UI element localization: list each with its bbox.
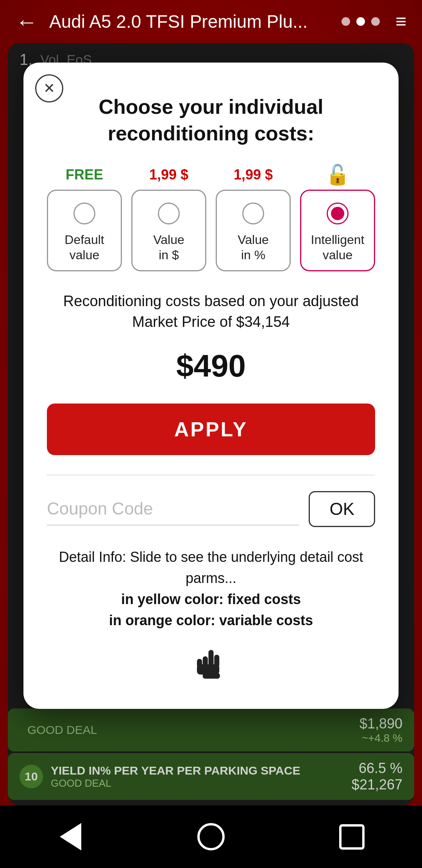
radio-default[interactable] [73,203,95,224]
option-label-dollar: Valuein $ [153,232,184,262]
coupon-input[interactable] [47,493,299,525]
cost-value: $490 [47,348,375,384]
option-default[interactable]: FREE Defaultvalue [47,166,122,271]
coupon-row: OK [47,491,375,527]
detail-line3: in orange color: variable costs [109,612,313,628]
apply-button[interactable]: APPLY [47,404,375,455]
radio-percent[interactable] [242,203,264,224]
option-value-dollar[interactable]: 1,99 $ Valuein $ [131,166,206,271]
option-box-default[interactable]: Defaultvalue [47,190,122,271]
option-label-intelligent: Intelligentvalue [311,232,365,262]
back-nav-icon [60,823,81,850]
market-info: Reconditioning costs based on your adjus… [47,291,375,332]
stop-nav-button[interactable] [336,821,367,852]
detail-line1: Detail Info: Slide to see the underlying… [59,549,363,586]
radio-inner-intelligent [331,207,344,220]
divider [47,475,375,475]
option-label-percent: Valuein % [238,232,268,262]
option-price-lock: 🔓 [325,166,350,183]
modal-overlay: ✕ Choose your individual reconditioning … [0,0,422,868]
home-nav-button[interactable] [195,821,227,852]
detail-line2: in yellow color: fixed costs [121,591,301,607]
option-intelligent[interactable]: 🔓 Intelligentvalue [300,166,375,271]
option-price-free: FREE [66,166,103,183]
option-value-percent[interactable]: 1,99 $ Valuein % [216,166,291,271]
option-box-percent[interactable]: Valuein % [216,190,291,271]
modal-title: Choose your individual reconditioning co… [47,94,375,147]
modal-close-button[interactable]: ✕ [35,74,63,102]
hand-icon [47,647,375,689]
option-box-dollar[interactable]: Valuein $ [131,190,206,271]
nav-bar [0,805,422,868]
detail-info: Detail Info: Slide to see the underlying… [47,547,375,631]
modal: ✕ Choose your individual reconditioning … [23,63,399,709]
option-price-dollar: 1,99 $ [149,166,188,183]
ok-button[interactable]: OK [309,491,375,527]
option-box-intelligent[interactable]: Intelligentvalue [300,190,375,271]
back-nav-button[interactable] [55,821,86,852]
option-price-percent: 1,99 $ [234,166,273,183]
stop-nav-icon [339,824,365,850]
radio-dollar[interactable] [158,203,180,224]
options-grid: FREE Defaultvalue 1,99 $ Valuein $ 1,99 [47,166,375,271]
home-nav-icon [197,823,225,850]
radio-intelligent[interactable] [327,203,349,224]
svg-rect-5 [203,673,220,679]
option-label-default: Defaultvalue [64,232,104,262]
